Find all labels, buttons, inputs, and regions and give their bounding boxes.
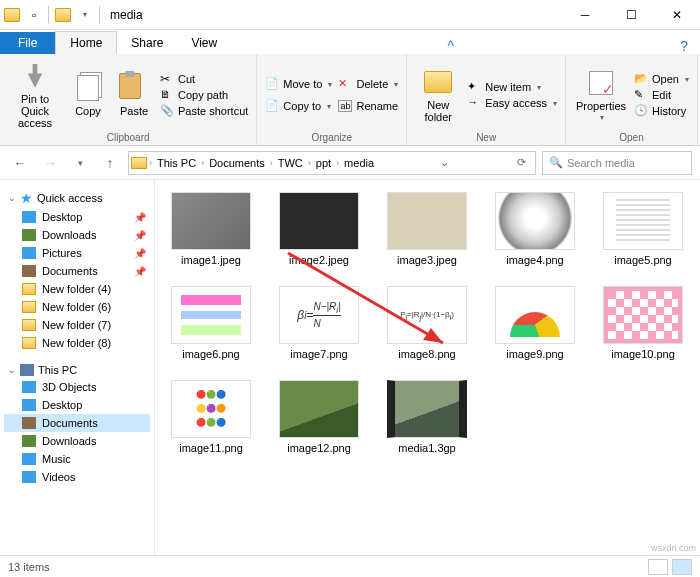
pin-to-quick-access-button[interactable]: Pin to Quick access — [8, 58, 62, 132]
file-item[interactable]: image10.png — [599, 286, 687, 360]
thumbnail — [495, 286, 575, 344]
sidebar-item[interactable]: Downloads — [4, 432, 150, 450]
file-item[interactable]: Pi=|Rj|/N·(1−βi)image8.png — [383, 286, 471, 360]
history-button[interactable]: History — [634, 104, 689, 118]
label: Easy access — [485, 97, 547, 109]
open-button[interactable]: Open — [634, 72, 689, 86]
easy-icon — [467, 96, 481, 110]
label: Documents — [42, 417, 98, 429]
paste-button[interactable]: Paste — [114, 58, 154, 132]
sidebar-item[interactable]: Videos — [4, 468, 150, 486]
sidebar-item[interactable]: Desktop — [4, 396, 150, 414]
copy-button[interactable]: Copy — [68, 58, 108, 132]
folder-icon — [22, 471, 36, 483]
breadcrumb[interactable]: media — [341, 157, 377, 169]
back-button[interactable]: ← — [8, 151, 32, 175]
folder-icon — [22, 319, 36, 331]
move-to-button[interactable]: Move to — [265, 77, 332, 91]
label: Open — [652, 73, 679, 85]
move-icon — [265, 77, 279, 91]
chevron-right-icon: › — [336, 158, 339, 168]
properties-button[interactable]: Properties — [574, 58, 628, 132]
tab-home[interactable]: Home — [55, 31, 117, 54]
thumbnails-view-button[interactable] — [672, 559, 692, 575]
address-dropdown[interactable]: ⌄ — [433, 156, 455, 169]
folder-icon — [131, 157, 147, 169]
easy-access-button[interactable]: Easy access — [467, 96, 557, 110]
minimize-button[interactable]: ─ — [562, 0, 608, 30]
sidebar-item[interactable]: Documents — [4, 414, 150, 432]
forward-button[interactable]: → — [38, 151, 62, 175]
address-bar[interactable]: › This PC › Documents › TWC › ppt › medi… — [128, 151, 536, 175]
cut-button[interactable]: Cut — [160, 72, 248, 86]
breadcrumb[interactable]: TWC — [275, 157, 306, 169]
sidebar-item[interactable]: Desktop📌 — [4, 208, 150, 226]
nav-this-pc[interactable]: ⌄This PC — [4, 362, 150, 378]
group-label: New — [415, 132, 557, 145]
pc-icon — [20, 364, 34, 376]
breadcrumb[interactable]: Documents — [206, 157, 268, 169]
search-input[interactable]: 🔍 Search media — [542, 151, 692, 175]
breadcrumb[interactable]: This PC — [154, 157, 199, 169]
file-name: image12.png — [287, 442, 351, 454]
refresh-button[interactable]: ⟳ — [511, 156, 533, 169]
file-name: image2.jpeg — [289, 254, 349, 266]
help-icon[interactable]: ? — [670, 38, 700, 54]
properties-icon — [586, 68, 616, 98]
sidebar-item[interactable]: Pictures📌 — [4, 244, 150, 262]
details-view-button[interactable] — [648, 559, 668, 575]
sidebar-item[interactable]: 3D Objects — [4, 378, 150, 396]
tab-file[interactable]: File — [0, 32, 55, 54]
nav-quick-access[interactable]: ⌄★Quick access — [4, 188, 150, 208]
paste-shortcut-button[interactable]: Paste shortcut — [160, 104, 248, 118]
file-pane[interactable]: image1.jpegimage2.jpegimage3.jpegimage4.… — [155, 180, 700, 560]
tab-share[interactable]: Share — [117, 31, 177, 54]
rename-button[interactable]: Rename — [338, 99, 398, 113]
label: This PC — [38, 364, 77, 376]
qat-item[interactable]: ▫ — [26, 7, 42, 23]
navigation-pane[interactable]: ⌄★Quick access Desktop📌Downloads📌Picture… — [0, 180, 155, 560]
maximize-button[interactable]: ☐ — [608, 0, 654, 30]
label: Downloads — [42, 229, 96, 241]
new-item-button[interactable]: ✦New item — [467, 80, 557, 94]
file-item[interactable]: image3.jpeg — [383, 192, 471, 266]
file-item[interactable]: image9.png — [491, 286, 579, 360]
folder-icon — [22, 265, 36, 277]
file-item[interactable]: image1.jpeg — [167, 192, 255, 266]
file-item[interactable]: image12.png — [275, 380, 363, 454]
file-item[interactable]: image2.jpeg — [275, 192, 363, 266]
qat-item[interactable] — [55, 7, 71, 23]
sidebar-item[interactable]: Documents📌 — [4, 262, 150, 280]
qat-overflow[interactable]: ▾ — [77, 7, 93, 23]
thumbnail — [279, 192, 359, 250]
sidebar-item[interactable]: New folder (8) — [4, 334, 150, 352]
copy-path-button[interactable]: Copy path — [160, 88, 248, 102]
sidebar-item[interactable]: New folder (4) — [4, 280, 150, 298]
thumbnail — [603, 192, 683, 250]
new-folder-button[interactable]: New folder — [415, 58, 461, 132]
close-button[interactable]: ✕ — [654, 0, 700, 30]
file-item[interactable]: image6.png — [167, 286, 255, 360]
file-item[interactable]: media1.3gp — [383, 380, 471, 454]
edit-button[interactable]: Edit — [634, 88, 689, 102]
thumbnail — [171, 286, 251, 344]
sidebar-item[interactable]: New folder (6) — [4, 298, 150, 316]
copy-to-button[interactable]: Copy to — [265, 99, 332, 113]
file-item[interactable]: βi = N−|Ri|Nimage7.png — [275, 286, 363, 360]
paste-icon — [119, 73, 149, 103]
file-item[interactable]: image4.png — [491, 192, 579, 266]
ribbon-collapse-icon[interactable]: ^ — [437, 38, 464, 54]
file-name: image4.png — [506, 254, 564, 266]
sidebar-item[interactable]: New folder (7) — [4, 316, 150, 334]
tab-view[interactable]: View — [177, 31, 231, 54]
breadcrumb[interactable]: ppt — [313, 157, 334, 169]
delete-button[interactable]: Delete — [338, 77, 398, 91]
file-item[interactable]: image5.png — [599, 192, 687, 266]
chevron-right-icon: › — [201, 158, 204, 168]
sidebar-item[interactable]: Downloads📌 — [4, 226, 150, 244]
recent-button[interactable]: ▾ — [68, 151, 92, 175]
up-button[interactable]: ↑ — [98, 151, 122, 175]
sidebar-item[interactable]: Music — [4, 450, 150, 468]
label: Videos — [42, 471, 75, 483]
file-item[interactable]: image11.png — [167, 380, 255, 454]
